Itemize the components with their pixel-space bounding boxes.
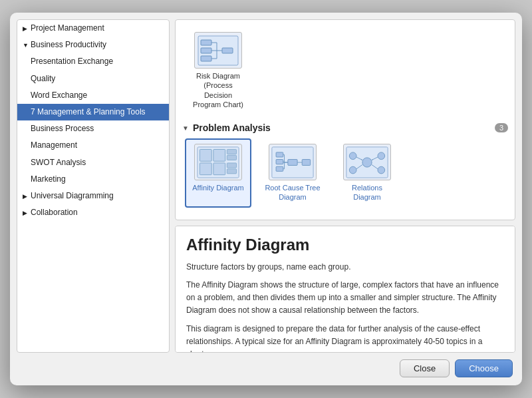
sidebar-item-project-management[interactable]: ▶ Project Management (17, 20, 169, 37)
category-title-problem-analysis: Problem Analysis (193, 122, 491, 133)
sidebar-item-presentation-exchange[interactable]: Presentation Exchange (17, 53, 169, 70)
dialog-footer: Close Choose (10, 353, 522, 385)
svg-rect-18 (227, 168, 236, 173)
sidebar-item-label: Presentation Exchange (31, 57, 113, 66)
template-item-relations-diagram[interactable]: Relations Diagram (334, 138, 400, 208)
description-paragraph-1: The Affinity Diagram shows the structure… (186, 279, 504, 317)
sidebar-item-label: Word Exchange (31, 91, 87, 100)
svg-rect-11 (200, 149, 211, 161)
template-item-root-cause-tree[interactable]: Root Cause Tree Diagram (259, 138, 326, 208)
sidebar-item-label: Marketing (31, 174, 66, 184)
svg-rect-24 (276, 166, 283, 171)
sidebar-item-label: 7 Management & Planning Tools (31, 107, 146, 116)
collapsed-arrow-icon: ▶ (23, 192, 29, 201)
svg-rect-22 (276, 152, 283, 157)
svg-rect-15 (227, 149, 236, 154)
categories-container: ▼ Problem Analysis 3 Affinity Diagram (182, 122, 508, 208)
category-count-problem-analysis: 3 (495, 123, 508, 132)
template-icon-root-cause-tree (269, 144, 317, 180)
svg-rect-20 (288, 159, 297, 165)
sidebar-item-universal-diagramming[interactable]: ▶ Universal Diagramming (17, 188, 169, 204)
svg-point-35 (378, 152, 385, 160)
dialog-body: ▶ Project Management▼ Business Productiv… (10, 13, 522, 353)
collapsed-arrow-icon: ▶ (23, 208, 29, 218)
sidebar-item-management[interactable]: Management (17, 137, 169, 154)
category-arrow-problem-analysis[interactable]: ▼ (182, 124, 189, 132)
sidebar-item-7-management[interactable]: 7 Management & Planning Tools (17, 104, 169, 120)
svg-rect-12 (200, 163, 211, 175)
expanded-arrow-icon: ▼ (23, 41, 29, 50)
template-icon-relations-diagram (343, 144, 391, 180)
svg-rect-1 (201, 40, 211, 45)
template-icon-affinity-diagram (194, 144, 242, 180)
svg-rect-3 (201, 56, 211, 61)
svg-rect-9 (222, 48, 233, 53)
template-label-affinity-diagram: Affinity Diagram (192, 183, 243, 192)
description-area: Affinity Diagram Structure factors by gr… (175, 226, 515, 353)
svg-point-36 (349, 166, 356, 174)
dialog: ▶ Project Management▼ Business Productiv… (10, 13, 522, 385)
svg-rect-2 (201, 48, 211, 53)
sidebar-item-business-process[interactable]: Business Process (17, 120, 169, 137)
sidebar-item-label: Collaboration (31, 208, 78, 217)
collapsed-arrow-icon: ▶ (23, 24, 29, 33)
sidebar-item-swot-analysis[interactable]: SWOT Analysis (17, 154, 169, 171)
close-button[interactable]: Close (400, 359, 450, 377)
sidebar-item-label: Management (31, 140, 77, 150)
right-panel: Risk Diagram(Process DecisionProgram Cha… (175, 19, 515, 353)
left-panel[interactable]: ▶ Project Management▼ Business Productiv… (17, 19, 170, 353)
template-item-risk-diagram[interactable]: Risk Diagram(Process DecisionProgram Cha… (185, 27, 251, 114)
choose-button[interactable]: Choose (455, 359, 513, 377)
template-item-affinity-diagram[interactable]: Affinity Diagram (185, 138, 251, 208)
template-grid-problem-analysis: Affinity Diagram Root Cause Tree Diagram (182, 138, 508, 208)
sidebar-item-label: Business Productivity (31, 40, 106, 49)
category-header-problem-analysis[interactable]: ▼ Problem Analysis 3 (182, 122, 508, 133)
sidebar-item-label: Universal Diagramming (31, 191, 114, 200)
svg-rect-17 (227, 163, 236, 168)
svg-point-37 (378, 166, 385, 174)
sidebar-item-word-exchange[interactable]: Word Exchange (17, 87, 169, 104)
template-label-root-cause-tree: Root Cause Tree Diagram (265, 183, 321, 202)
templates-area[interactable]: Risk Diagram(Process DecisionProgram Cha… (175, 19, 515, 220)
template-label-relations-diagram: Relations Diagram (339, 183, 395, 202)
description-paragraph-0: Structure factors by groups, name each g… (186, 261, 504, 274)
sidebar-item-label: Quality (31, 74, 55, 83)
description-paragraph-2: This diagram is designed to prepare the … (186, 323, 504, 353)
template-icon-risk-diagram (194, 32, 242, 69)
description-title: Affinity Diagram (186, 236, 504, 254)
sidebar-item-business-productivity[interactable]: ▼ Business Productivity (17, 37, 169, 53)
sidebar-item-label: Business Process (31, 124, 94, 133)
sidebar-item-collaboration[interactable]: ▶ Collaboration (17, 204, 169, 221)
top-items-row: Risk Diagram(Process DecisionProgram Cha… (182, 27, 508, 114)
svg-point-33 (362, 158, 372, 167)
sidebar-item-label: Project Management (31, 23, 104, 33)
svg-rect-14 (213, 163, 225, 175)
description-text: Structure factors by groups, name each g… (186, 261, 504, 353)
svg-rect-31 (302, 159, 310, 165)
template-label-risk-diagram: Risk Diagram(Process DecisionProgram Cha… (190, 71, 246, 109)
svg-rect-23 (276, 159, 283, 164)
sidebar-item-label: SWOT Analysis (31, 158, 86, 167)
sidebar-item-marketing[interactable]: Marketing (17, 171, 169, 188)
sidebar-item-quality[interactable]: Quality (17, 71, 169, 87)
svg-point-34 (349, 152, 356, 160)
category-problem-analysis: ▼ Problem Analysis 3 Affinity Diagram (182, 122, 508, 208)
svg-rect-16 (227, 155, 236, 160)
svg-rect-13 (213, 149, 225, 161)
